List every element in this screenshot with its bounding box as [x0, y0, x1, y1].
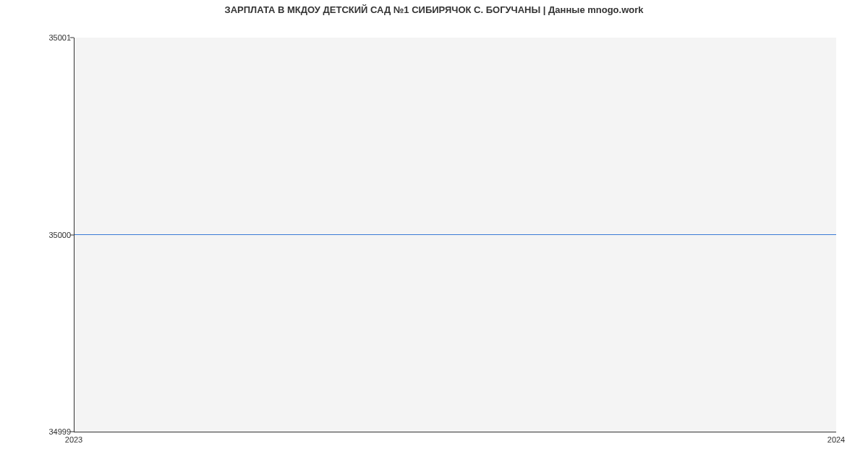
x-tick-label: 2024: [827, 435, 845, 444]
plot-area: [74, 38, 836, 432]
x-tick-label: 2023: [65, 435, 82, 444]
chart-title: ЗАРПЛАТА В МКДОУ ДЕТСКИЙ САД №1 СИБИРЯЧО…: [0, 4, 868, 15]
series-line: [75, 234, 836, 235]
y-tick-label: 35000: [48, 231, 71, 239]
y-tick-label: 35001: [48, 33, 71, 42]
line-chart: ЗАРПЛАТА В МКДОУ ДЕТСКИЙ САД №1 СИБИРЯЧО…: [0, 0, 868, 470]
